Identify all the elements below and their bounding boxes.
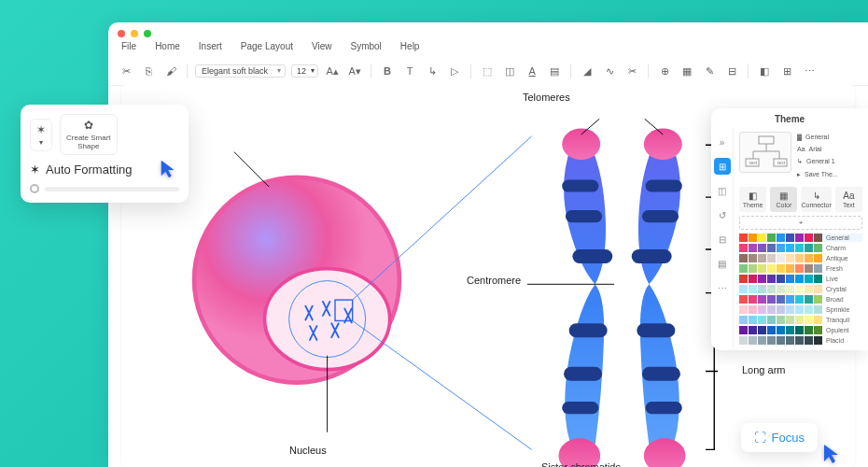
minimize-icon[interactable] — [131, 30, 138, 37]
auto-formatting-slider[interactable] — [30, 184, 179, 193]
menu-help[interactable]: Help — [400, 41, 420, 51]
swatch — [805, 336, 813, 345]
size-select[interactable]: 12 — [291, 64, 318, 78]
font-select[interactable]: Elegant soft black — [195, 64, 286, 78]
svg-point-1 — [265, 269, 390, 370]
create-smart-shape-button[interactable]: ✿Create Smart Shape — [60, 114, 118, 155]
swatch — [786, 295, 794, 304]
sparkle-button[interactable]: ✶▾ — [30, 119, 52, 151]
label-telomeres: Telomeres — [523, 92, 570, 103]
menu-insert[interactable]: Insert — [199, 41, 222, 51]
lock-icon[interactable]: ⊟ — [723, 63, 740, 79]
cut-icon[interactable]: ✂ — [118, 63, 134, 79]
maximize-icon[interactable] — [144, 30, 151, 37]
swatch — [805, 295, 813, 304]
layers-icon[interactable]: ◧ — [756, 63, 773, 79]
cursor-icon — [821, 443, 840, 461]
more-icon[interactable]: ⋯ — [801, 63, 818, 79]
decrease-font-icon[interactable]: A▾ — [346, 63, 363, 79]
line-icon[interactable]: ∿ — [601, 63, 618, 79]
rail-resource-icon[interactable]: ⊟ — [714, 231, 731, 248]
crop-icon[interactable]: ✂ — [623, 63, 640, 79]
svg-text:text: text — [749, 160, 758, 165]
sparkle-icon: ✶ — [30, 163, 40, 177]
increase-font-icon[interactable]: A▴ — [324, 63, 341, 79]
shape-icon[interactable]: ◫ — [501, 63, 518, 79]
menu-view[interactable]: View — [312, 41, 332, 51]
cursor-icon — [159, 159, 177, 177]
palette-name: Placid — [826, 337, 844, 344]
add-theme-button[interactable]: + — [739, 216, 862, 230]
focus-button[interactable]: ⛶ Focus — [741, 423, 818, 452]
swatch — [758, 326, 766, 334]
rail-layers-icon[interactable]: ◫ — [714, 182, 731, 199]
rail-more-icon[interactable]: ⋯ — [714, 279, 731, 296]
text-icon[interactable]: T — [401, 63, 418, 79]
text-style-icon[interactable]: A — [524, 63, 540, 79]
swatch — [767, 316, 776, 324]
swatch — [795, 275, 804, 283]
palette-row-live[interactable]: Live — [739, 275, 862, 283]
swatch — [777, 316, 785, 324]
close-icon[interactable] — [118, 30, 125, 37]
rail-page-icon[interactable]: ▤ — [714, 255, 731, 272]
rail-collapse-icon[interactable]: » — [714, 134, 731, 150]
menu-page-layout[interactable]: Page Layout — [241, 41, 293, 51]
grid-icon[interactable]: ▦ — [679, 63, 695, 79]
palette-row-fresh[interactable]: Fresh — [739, 264, 862, 273]
palette-row-general[interactable]: General — [739, 234, 862, 242]
pointer-icon[interactable]: ▷ — [446, 63, 463, 79]
swatch — [758, 244, 766, 252]
swatch — [739, 295, 748, 304]
palette-row-broad[interactable]: Broad — [739, 295, 862, 304]
link-icon[interactable]: ⬚ — [479, 63, 496, 79]
menu-symbol[interactable]: Symbol — [351, 41, 382, 51]
swatch — [758, 275, 766, 283]
menu-home[interactable]: Home — [155, 41, 180, 51]
palette-row-placid[interactable]: Placid — [739, 336, 862, 345]
tab-connector[interactable]: ↳Connector — [801, 187, 831, 212]
swatch — [767, 254, 776, 262]
menu-file[interactable]: File — [121, 41, 136, 51]
tab-text[interactable]: AaText — [835, 187, 862, 212]
svg-rect-16 — [564, 367, 602, 381]
theme-thumbnail[interactable]: texttext — [739, 132, 791, 173]
palette-row-charm[interactable]: Charm — [739, 244, 862, 252]
note-icon[interactable]: ▤ — [546, 63, 563, 79]
palette-row-sprinkle[interactable]: Sprinkle — [739, 305, 862, 314]
svg-rect-15 — [637, 323, 675, 337]
paint-icon[interactable]: 🖌 — [162, 63, 179, 79]
svg-point-20 — [562, 129, 600, 161]
tab-theme[interactable]: ◧Theme — [739, 187, 766, 212]
swatch — [749, 305, 757, 314]
connector-icon[interactable]: ↳ — [424, 63, 441, 79]
palette-row-opulent[interactable]: Opulent — [739, 326, 862, 334]
copy-icon[interactable]: ⎘ — [140, 63, 157, 79]
fill-icon[interactable]: ◢ — [579, 63, 595, 79]
swatch — [758, 234, 766, 242]
slider-track[interactable] — [45, 187, 179, 191]
pen-icon[interactable]: ✎ — [701, 63, 718, 79]
swatch — [786, 316, 794, 324]
swatch — [805, 285, 813, 293]
tab-color[interactable]: ▦Color — [770, 187, 797, 212]
rail-history-icon[interactable]: ↺ — [714, 206, 731, 223]
swatch — [767, 234, 776, 242]
palette-row-antique[interactable]: Antique — [739, 254, 862, 262]
palette-icon: ▓ — [797, 132, 802, 142]
slider-knob[interactable] — [30, 184, 39, 193]
search-icon[interactable]: ⊕ — [656, 63, 673, 79]
bold-icon[interactable]: B — [379, 63, 396, 79]
palette-row-tranquil[interactable]: Tranquil — [739, 316, 862, 324]
swatch — [795, 234, 804, 242]
titlebar — [108, 22, 868, 32]
group-icon[interactable]: ⊞ — [778, 63, 795, 79]
swatch — [767, 305, 776, 314]
swatch — [767, 336, 776, 345]
rail-theme-icon[interactable]: ⊞ — [714, 158, 731, 175]
swatch — [758, 254, 766, 262]
theme-tab-icon: ◧ — [739, 191, 766, 201]
swatch — [749, 244, 757, 252]
palette-row-crystal[interactable]: Crystal — [739, 285, 862, 293]
svg-text:text: text — [777, 160, 786, 165]
